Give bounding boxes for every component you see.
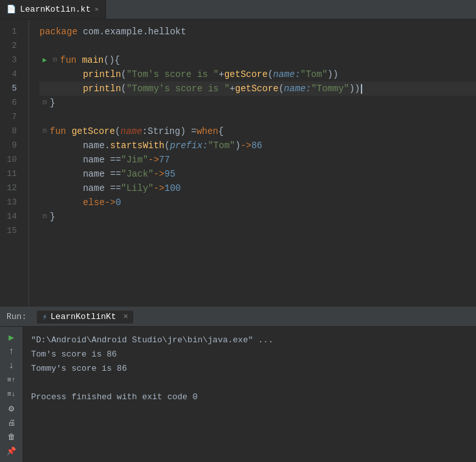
code-line-1: package com.example.hellokt [39,25,476,39]
str-tom: "Tom" [300,67,327,82]
indent-13 [39,195,83,210]
space-4 [66,124,71,138]
clear-button[interactable]: 🗑 [3,431,21,444]
fold-icon-6[interactable]: ⊟ [39,96,50,110]
func-println-2: println [83,82,121,96]
func-startswith: startsWith [110,138,164,153]
tab-learnkotlin[interactable]: 📄 LearnKotlin.kt × [0,0,106,19]
line-num-2: 2 [0,39,22,53]
name-eq-lily: name == [83,181,121,195]
paren-6: ( [164,138,169,153]
output-line-1: "D:\Android\Android Studio\jre\bin\java.… [31,333,468,347]
code-line-2 [39,39,476,53]
fold-icon-14[interactable]: ⊟ [39,210,50,224]
fold-icon-3[interactable]: ⊟ [50,53,60,67]
close-paren-sw: ) [235,138,240,153]
run-header: Run: ⚡ LearnKotlinKt × [0,307,476,327]
run-output: "D:\Android\Android Studio\jre\bin\java.… [23,327,476,462]
package-name: com.example.hellokt [78,25,186,39]
func-getscore-1: getScore [224,67,268,82]
keyword-when: when [197,124,219,138]
run-gutter-icon[interactable]: ▶ [39,53,50,67]
func-getscore-decl: getScore [72,124,115,138]
run-body: ▶ ↑ ↓ ≡↑ ≡↓ ⚙ 🖨 🗑 📌 "D:\Android\Android … [0,327,476,462]
code-line-10: name == "Jim" -> 77 [39,153,476,167]
line-num-15: 15 [0,224,22,238]
code-line-6: ⊟ } [39,96,476,110]
scroll-bottom-button[interactable]: ≡↓ [3,388,21,401]
run-label: Run: [6,312,27,322]
named-arg-name-1: name: [273,67,300,82]
paren-open-3: ( [121,82,126,96]
line-numbers-gutter: 1 2 3 4 5 6 7 8 9 10 11 12 13 14 15 [0,19,29,307]
scroll-up-button[interactable]: ↑ [3,345,21,358]
num-77: 77 [159,153,170,167]
str-toms-score: "Tom's score is " [126,67,219,82]
func-println-1: println [83,67,121,82]
code-line-7 [39,110,476,124]
fold-icon-8[interactable]: ⊟ [39,124,50,138]
output-line-4 [31,376,468,390]
indent-11 [39,167,83,181]
type-string: String [147,124,180,138]
named-arg-prefix: prefix: [170,138,208,153]
line-num-7: 7 [0,110,22,124]
tab-label: LearnKotlin.kt [20,5,91,14]
run-tab[interactable]: ⚡ LearnKotlinKt × [37,311,133,324]
name-eq-jim: name == [83,153,121,167]
indent-5 [39,82,83,96]
paren-2: ( [268,67,273,82]
num-95: 95 [164,167,175,181]
code-line-8: ⊟ fun getScore ( name : String ) = when … [39,124,476,138]
tab-close-button[interactable]: × [94,6,99,14]
print-button[interactable]: 🖨 [3,417,21,430]
keyword-else: else [83,195,105,210]
code-line-3: ▶ ⊟ fun main (){ [39,53,476,67]
run-tab-icon: ⚡ [42,312,47,322]
line-num-6: 6 [0,96,22,110]
name-eq-jack: name == [83,167,121,181]
output-line-5: Process finished with exit code 0 [31,390,468,404]
line-num-12: 12 [0,181,22,195]
code-line-14: ⊟ } [39,210,476,224]
paren-5: ( [115,124,120,138]
code-content[interactable]: package com.example.hellokt ▶ ⊟ fun main… [29,19,476,307]
close-parens-2: )) [349,82,362,96]
close-brace-main: } [50,96,55,110]
str-tommy: "Tommy" [311,82,349,96]
tab-bar: 📄 LearnKotlin.kt × [0,0,476,19]
keyword-package: package [39,25,78,39]
close-paren-eq: ) = [180,124,197,138]
pin-button[interactable]: 📌 [3,445,21,458]
run-tab-close[interactable]: × [123,312,128,322]
run-tab-label: LearnKotlinKt [50,312,116,322]
str-lily: "Lily" [121,181,153,195]
space [76,53,81,67]
code-line-11: name == "Jack" -> 95 [39,167,476,181]
kotlin-file-icon: 📄 [6,5,16,14]
name-dot: name. [83,138,110,153]
num-0: 0 [116,195,121,210]
scroll-down-button[interactable]: ↓ [3,359,21,372]
paren-4: ( [279,82,284,96]
plus-1: + [219,67,224,82]
param-name: name [120,124,142,138]
str-jim: "Jim" [121,153,148,167]
scroll-top-button[interactable]: ≡↑ [3,373,21,386]
run-toolbar: ▶ ↑ ↓ ≡↑ ≡↓ ⚙ 🖨 🗑 📌 [0,327,23,462]
code-line-15 [39,224,476,238]
str-jack: "Jack" [121,167,153,181]
settings-button[interactable]: ⚙ [3,402,21,415]
func-main: main [82,53,104,67]
keyword-fun-getscore: fun [50,124,66,138]
line-num-14: 14 [0,210,22,224]
play-button[interactable]: ▶ [3,331,21,344]
line-num-1: 1 [0,25,22,39]
run-panel: Run: ⚡ LearnKotlinKt × ▶ ↑ ↓ ≡↑ ≡↓ ⚙ 🖨 🗑… [0,307,476,462]
editor-area: 1 2 3 4 5 6 7 8 9 10 11 12 13 14 15 pack… [0,19,476,307]
line-num-5: 5 [0,82,22,96]
code-line-12: name == "Lily" -> 100 [39,181,476,195]
indent-12 [39,181,83,195]
code-line-9: name. startsWith ( prefix: "Tom" ) -> 86 [39,138,476,153]
main-parens: (){ [103,53,120,67]
